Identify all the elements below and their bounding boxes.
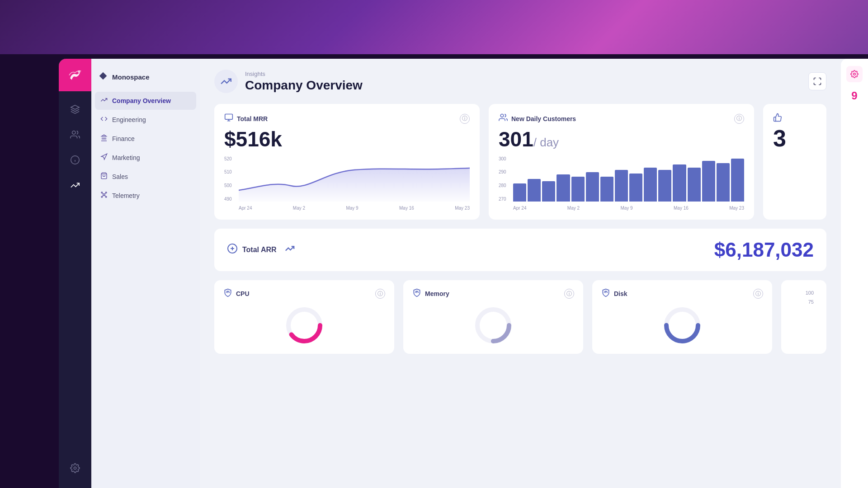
nodes-icon bbox=[100, 191, 108, 198]
sidebar-icon-settings-container bbox=[64, 457, 86, 488]
page-header-insights-icon bbox=[220, 75, 232, 87]
mrr-card-header-left: Total MRR bbox=[224, 113, 268, 124]
right-panel: 9 bbox=[841, 59, 868, 488]
memory-donut-chart bbox=[473, 305, 514, 346]
bar-chart bbox=[513, 156, 744, 202]
nav-item-sales[interactable]: Sales bbox=[95, 168, 196, 186]
info-icon bbox=[70, 155, 80, 165]
sidebar-icon-info[interactable] bbox=[64, 149, 86, 171]
memory-label: Memory bbox=[425, 290, 449, 297]
y-label: 300 bbox=[499, 156, 506, 161]
bar-item bbox=[717, 163, 730, 202]
new-customers-info-button[interactable]: ⓘ bbox=[734, 114, 744, 124]
basket-icon bbox=[100, 172, 108, 179]
arr-value: $6,187,032 bbox=[714, 239, 814, 261]
workspace-header: Monospace bbox=[91, 66, 200, 88]
nav-chart-icon bbox=[100, 96, 108, 105]
x-label: May 2 bbox=[293, 206, 305, 211]
expand-button[interactable] bbox=[808, 72, 826, 90]
right-panel-value: 9 bbox=[851, 89, 857, 102]
fourth-metric-y-labels: 100 75 bbox=[790, 288, 817, 306]
page-header-icon-container bbox=[214, 70, 238, 93]
memory-info-button[interactable]: ⓘ bbox=[564, 289, 574, 299]
users-icon bbox=[70, 130, 80, 140]
customers-number: 301 bbox=[499, 127, 533, 151]
svg-line-19 bbox=[103, 193, 104, 194]
y-label: 520 bbox=[224, 156, 232, 161]
nav-item-label: Telemetry bbox=[112, 192, 140, 199]
x-label: May 23 bbox=[455, 206, 470, 211]
mrr-chart-x-labels: Apr 24 May 2 May 9 May 16 May 23 bbox=[239, 206, 470, 211]
bank-icon bbox=[100, 134, 108, 141]
page-header: Insights Company Overview bbox=[214, 70, 826, 93]
disk-metric-card: Disk ⓘ bbox=[592, 280, 772, 354]
new-customers-card: New Daily Customers ⓘ 301/ day 300 290 2… bbox=[489, 104, 754, 220]
bar-item bbox=[644, 168, 657, 202]
sidebar-icon-cube[interactable] bbox=[64, 99, 86, 120]
bar-item bbox=[600, 177, 613, 202]
bar-item bbox=[673, 164, 686, 202]
nav-item-finance[interactable]: Finance bbox=[95, 130, 196, 148]
nav-item-company-overview[interactable]: Company Overview bbox=[95, 92, 196, 110]
app-logo[interactable] bbox=[59, 59, 91, 91]
mrr-label: Total MRR bbox=[237, 115, 268, 122]
disk-donut-chart bbox=[662, 305, 703, 346]
y-label: 270 bbox=[499, 197, 506, 202]
metrics-cards-row: Total MRR ⓘ $516k 520 510 500 490 bbox=[214, 104, 826, 220]
gear-icon bbox=[850, 70, 859, 78]
customers-bar-area bbox=[513, 156, 744, 202]
nav-item-label: Company Overview bbox=[112, 97, 171, 104]
mrr-chart: 520 510 500 490 bbox=[224, 156, 470, 211]
new-customers-label: New Daily Customers bbox=[511, 115, 576, 122]
background-gradient bbox=[0, 0, 868, 54]
cpu-info-button[interactable]: ⓘ bbox=[375, 289, 385, 299]
y-label: 490 bbox=[224, 197, 232, 202]
x-label: May 23 bbox=[729, 206, 744, 211]
mrr-info-button[interactable]: ⓘ bbox=[460, 114, 470, 124]
x-label: May 16 bbox=[399, 206, 414, 211]
nav-basket-icon bbox=[100, 172, 108, 181]
mrr-chart-area bbox=[239, 156, 470, 202]
icon-sidebar-items bbox=[64, 91, 86, 457]
y-label: 510 bbox=[224, 169, 232, 174]
insights-icon bbox=[70, 180, 80, 190]
bar-item bbox=[513, 183, 526, 202]
svg-marker-12 bbox=[102, 135, 107, 136]
new-customers-value: 301/ day bbox=[499, 128, 744, 151]
memory-header-left: Memory bbox=[412, 288, 449, 300]
disk-info-button[interactable]: ⓘ bbox=[753, 289, 763, 299]
x-label: Apr 24 bbox=[239, 206, 252, 211]
dollar-circle-icon bbox=[227, 243, 238, 254]
nav-megaphone-icon bbox=[100, 153, 108, 162]
mrr-value: $516k bbox=[224, 128, 470, 151]
workspace-icon bbox=[99, 71, 108, 83]
y-label: 500 bbox=[224, 183, 232, 188]
sidebar-icon-insights[interactable] bbox=[64, 174, 86, 196]
svg-rect-23 bbox=[225, 114, 233, 120]
users-add-icon bbox=[499, 113, 508, 122]
third-metric-card: 3 bbox=[763, 104, 826, 220]
trending-icon bbox=[100, 96, 108, 103]
fourth-metric-card: 100 75 bbox=[781, 280, 826, 354]
nav-item-engineering[interactable]: Engineering bbox=[95, 111, 196, 129]
nav-code-icon bbox=[100, 115, 108, 124]
memory-header: Memory ⓘ bbox=[412, 288, 574, 300]
cpu-header-left: CPU bbox=[223, 288, 250, 300]
third-card-header bbox=[773, 113, 816, 122]
mrr-icon bbox=[224, 113, 233, 124]
svg-point-16 bbox=[105, 192, 107, 193]
sidebar-icon-settings[interactable] bbox=[64, 457, 86, 479]
sidebar-icon-users[interactable] bbox=[64, 124, 86, 145]
x-label: May 16 bbox=[674, 206, 689, 211]
third-card-value: 3 bbox=[773, 126, 816, 151]
y-label: 290 bbox=[499, 169, 506, 174]
bar-item bbox=[571, 177, 585, 202]
bar-item bbox=[702, 161, 715, 202]
nav-item-marketing[interactable]: Marketing bbox=[95, 149, 196, 167]
svg-point-17 bbox=[101, 196, 103, 197]
nav-item-telemetry[interactable]: Telemetry bbox=[95, 187, 196, 205]
right-panel-settings-icon[interactable] bbox=[846, 66, 863, 82]
nav-item-label: Sales bbox=[112, 173, 128, 180]
page-header-text: Insights Company Overview bbox=[245, 70, 363, 93]
logo-icon bbox=[67, 67, 83, 83]
